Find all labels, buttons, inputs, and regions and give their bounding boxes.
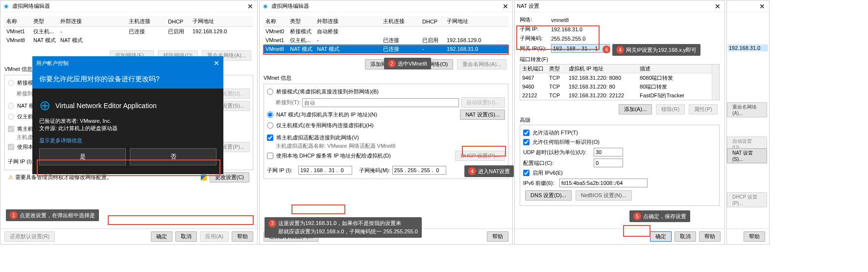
globe-icon: ◉ [2,2,10,10]
shield-icon [201,175,207,181]
close-icon[interactable]: ✕ [245,2,255,10]
close-icon[interactable]: ✕ [757,2,767,10]
annotation-5: 4网关IP设置为192.168.x.y即可 [612,44,700,56]
titlebar: ◉ 虚拟网络编辑器 ✕ [0,0,257,12]
table-row-vmnet8[interactable]: VMnet8NAT 模式NAT 模式已连接-192.168.31.0 [264,45,508,53]
allow-ftp-check[interactable] [523,130,530,136]
hostonly-radio[interactable] [8,113,14,120]
table-row[interactable]: VMnet1仅主机...-已连接已启用192.168.129.0 [264,36,508,45]
ok-button[interactable]: 确定 [650,231,672,242]
rename-network-button[interactable]: 重命名网络(A)... [727,102,767,117]
vnet-editor-sliver: ✕ 192.168.31.0 重命名网络(A)... 自动设置(U)... NA… [726,0,770,245]
dns-settings-button[interactable]: DNS 设置(D)... [525,190,572,201]
remove-port-button[interactable]: 移除(R) [656,104,685,114]
port-row[interactable]: 9467TCP192.168.31.220: 80808080端口转发 [520,73,712,82]
subnet-value: 192.168.31.0 [728,45,768,51]
help-button[interactable]: 帮助 [232,231,253,242]
apply-button[interactable]: 应用(A) [200,231,229,242]
add-port-button[interactable]: 添加(A)... [619,104,652,114]
config-port-input[interactable] [594,159,623,167]
connect-host-check[interactable] [267,135,273,141]
ipv6-prefix-input[interactable] [559,179,648,187]
close-icon[interactable]: ✕ [501,2,510,10]
uac-yes-button[interactable]: 是 [39,148,126,165]
annotation-2: 2选中VMnet8 [384,58,431,69]
enable-ipv6-check[interactable] [523,170,530,176]
ok-button[interactable]: 确定 [151,231,172,242]
use-dhcp-check[interactable] [267,153,273,159]
scrollbar[interactable] [712,65,719,100]
allow-ident-check[interactable] [523,139,530,145]
uac-question: 你要允许此应用对你的设备进行更改吗? [32,70,223,89]
connect-host-check[interactable] [8,126,14,132]
subnet-mask-input[interactable] [392,166,446,175]
port-forward-table: 主机端口类型虚拟机 IP 地址描述 9467TCP192.168.31.220:… [520,64,720,100]
table-row[interactable]: VMnet0桥接模式自动桥接 [264,27,508,36]
table-row[interactable]: VMnet1仅主机...-已连接已启用192.168.129.0 [4,27,253,36]
netbios-settings-button[interactable]: NetBIOS 设置(N)... [576,190,632,201]
bridge-combo[interactable]: 自动 [302,98,458,107]
uac-header: 用户帐户控制 ✕ [32,56,223,70]
uac-no-button[interactable]: 否 [130,148,217,165]
globe-icon: ◉ [262,2,269,10]
rename-network-button[interactable]: 重命名网络(A)... [457,59,506,69]
dhcp-settings-button[interactable]: DHCP 设置(P)... [455,151,505,161]
subnet-mask-value: 255.255.255.0 [551,36,585,42]
bridge-radio[interactable] [8,80,14,86]
uac-publisher: 已验证的发布者: VMware, Inc. [39,117,217,125]
annotation-6: 5点确定，保存设置 [629,210,690,222]
restore-default-button[interactable]: 还原默认设置(R) [4,231,55,242]
admin-note: 需要具备管理员特权才能修改网络配置。 [15,174,112,181]
cancel-button[interactable]: 取消 [675,231,696,242]
table-area: 名称 类型 外部连接 主机连接 DHCP 子网地址 VMnet1仅主机...-已… [0,12,257,48]
uac-close-icon[interactable]: ✕ [214,59,219,67]
nat-radio[interactable] [8,103,14,109]
app-globe-icon: ⊕ [39,97,50,113]
subnet-ip-value: 192.168.31.0 [551,26,582,32]
close-icon[interactable]: ✕ [713,2,723,10]
udp-timeout-input[interactable] [594,148,623,157]
port-row[interactable]: 22122TCP192.168.31.220: 22122FastDFS的Tra… [520,91,712,100]
table-row[interactable]: VMnet8NAT 模式NAT 模式 [4,36,253,45]
dhcp-settings-button[interactable]: DHCP 设置(P)... [727,192,767,207]
uac-app-name: Virtual Network Editor Application [55,102,157,110]
network-value: vmnet8 [551,17,569,23]
uac-more-link[interactable]: 显示更多详细信息 [39,137,217,144]
cancel-button[interactable]: 取消 [175,231,197,242]
gateway-input[interactable] [551,44,610,53]
auto-settings-button[interactable]: 自动设置(U)... [461,97,505,108]
port-forward-label: 端口转发(F) [520,56,720,63]
bridge-radio[interactable] [267,89,273,95]
port-props-button[interactable]: 属性(P) [689,104,718,114]
window-title: 虚拟网络编辑器 [12,2,245,10]
vnet-editor-2: ◉ 虚拟网络编辑器 ✕ 名称类型外部连接主机连接DHCP子网地址 VMnet0桥… [259,0,513,245]
help-button[interactable]: 帮助 [744,231,765,242]
uac-dialog: 用户帐户控制 ✕ 你要允许此应用对你的设备进行更改吗? ⊕ Virtual Ne… [32,56,223,174]
subnet-ip-input[interactable] [298,166,352,175]
nat-settings-dialog: NAT 设置 ✕ 网络:vmnet8 子网 IP:192.168.31.0 子网… [514,0,725,245]
annotation-1: 1点更改设置，在弹出框中选择是 [6,209,99,221]
use-dhcp-check[interactable] [8,144,14,150]
hostonly-radio[interactable] [267,122,273,129]
advanced-label: 高级 [520,116,720,124]
annotation-4: 4进入NAT设置 [464,165,514,177]
table-header: 名称 类型 外部连接 主机连接 DHCP 子网地址 [4,16,253,27]
ann-marker-4b: 4 [603,45,610,53]
nat-settings-button[interactable]: NAT 设置(S)... [727,148,767,163]
nat-radio[interactable] [267,112,273,118]
uac-source: 文件源: 此计算机上的硬盘驱动器 [39,125,217,132]
help-button[interactable]: 帮助 [487,231,508,242]
annotation-3: 3这里设置为192.168.31.0，如果你不是按我的设置来那就应该设置为192… [265,217,422,238]
nat-settings-button[interactable]: NAT 设置(S)... [460,110,505,120]
help-button[interactable]: 帮助 [699,231,721,242]
port-row[interactable]: 9460TCP192.168.31.220: 8080端口转发 [520,82,712,91]
